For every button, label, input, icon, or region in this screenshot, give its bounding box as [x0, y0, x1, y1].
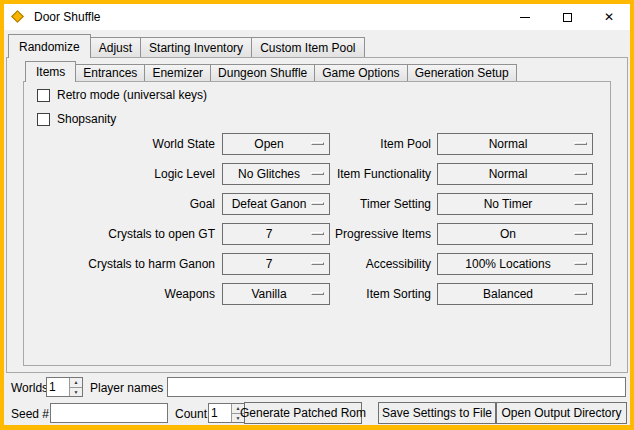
player-names-input[interactable] [167, 377, 626, 397]
item-functionality-label: Item Functionality [231, 167, 431, 181]
count-label: Count [175, 407, 207, 421]
progressive-items-row: Progressive Items On [231, 223, 593, 245]
retro-mode-checkbox[interactable] [37, 89, 50, 102]
minimize-button[interactable] [504, 4, 546, 30]
minimize-icon [520, 17, 530, 18]
dropdown-indicator-icon [574, 172, 587, 175]
count-input[interactable] [209, 404, 231, 422]
dropdown-indicator-icon [574, 262, 587, 265]
item-sorting-label: Item Sorting [231, 287, 431, 301]
item-pool-label: Item Pool [231, 137, 431, 151]
tab-starting-inventory[interactable]: Starting Inventory [140, 37, 252, 57]
shopsanity-checkbox[interactable] [37, 113, 50, 126]
generate-patched-rom-button[interactable]: Generate Patched Rom [244, 402, 362, 424]
tab-adjust[interactable]: Adjust [90, 37, 141, 57]
accessibility-value: 100% Locations [465, 257, 550, 271]
timer-setting-row: Timer Setting No Timer [231, 193, 593, 215]
app-icon-diamond [11, 10, 24, 23]
maximize-button[interactable] [546, 4, 588, 30]
accessibility-row: Accessibility 100% Locations [231, 253, 593, 275]
worlds-input[interactable] [47, 378, 69, 396]
window-title: Door Shuffle [34, 10, 101, 24]
progressive-items-dropdown[interactable]: On [437, 223, 593, 245]
door-shuffle-window: Door Shuffle ✕ Randomize Adjust Starting… [0, 0, 634, 430]
item-pool-value: Normal [489, 137, 528, 151]
progressive-items-label: Progressive Items [231, 227, 431, 241]
item-sorting-row: Item Sorting Balanced [231, 283, 593, 305]
dropdown-indicator-icon [574, 232, 587, 235]
item-functionality-value: Normal [489, 167, 528, 181]
close-icon: ✕ [604, 11, 614, 23]
app-icon [10, 9, 26, 25]
item-pool-row: Item Pool Normal [231, 133, 593, 155]
spin-up-icon[interactable]: ▲ [70, 378, 82, 387]
dropdown-indicator-icon [574, 142, 587, 145]
weapons-label: Weapons [37, 287, 215, 301]
tab-dungeon-shuffle[interactable]: Dungeon Shuffle [210, 64, 315, 81]
shopsanity-label: Shopsanity [57, 112, 116, 126]
item-sorting-dropdown[interactable]: Balanced [437, 283, 593, 305]
timer-setting-dropdown[interactable]: No Timer [437, 193, 593, 215]
worlds-spinner: ▲ ▼ [46, 377, 83, 397]
client-area: Randomize Adjust Starting Inventory Cust… [4, 30, 630, 425]
close-button[interactable]: ✕ [588, 4, 630, 30]
seed-input[interactable] [50, 403, 168, 423]
crystals-open-gt-label: Crystals to open GT [37, 227, 215, 241]
crystals-harm-ganon-label: Crystals to harm Ganon [37, 257, 215, 271]
logic-level-label: Logic Level [37, 167, 215, 181]
item-sorting-value: Balanced [483, 287, 533, 301]
goal-label: Goal [37, 197, 215, 211]
player-names-label: Player names [90, 381, 163, 395]
worlds-spin-arrows: ▲ ▼ [69, 378, 82, 396]
shopsanity-row: Shopsanity [37, 112, 116, 126]
accessibility-dropdown[interactable]: 100% Locations [437, 253, 593, 275]
accessibility-label: Accessibility [231, 257, 431, 271]
sub-tab-bar: Items Entrances Enemizer Dungeon Shuffle… [25, 61, 517, 82]
tab-enemizer[interactable]: Enemizer [144, 64, 211, 81]
dropdown-indicator-icon [574, 292, 587, 295]
tab-entrances[interactable]: Entrances [75, 64, 145, 81]
tab-custom-item-pool[interactable]: Custom Item Pool [251, 37, 364, 57]
item-functionality-dropdown[interactable]: Normal [437, 163, 593, 185]
world-state-label: World State [37, 137, 215, 151]
item-functionality-row: Item Functionality Normal [231, 163, 593, 185]
retro-mode-label: Retro mode (universal keys) [57, 88, 207, 102]
item-pool-dropdown[interactable]: Normal [437, 133, 593, 155]
timer-setting-label: Timer Setting [231, 197, 431, 211]
tab-randomize[interactable]: Randomize [8, 34, 91, 58]
seed-label: Seed # [11, 407, 49, 421]
retro-mode-row: Retro mode (universal keys) [37, 88, 207, 102]
progressive-items-value: On [500, 227, 516, 241]
tab-generation-setup[interactable]: Generation Setup [407, 64, 517, 81]
open-output-directory-button[interactable]: Open Output Directory [496, 402, 627, 424]
tab-items[interactable]: Items [25, 61, 76, 82]
spin-down-icon[interactable]: ▼ [70, 387, 82, 397]
dropdown-indicator-icon [574, 202, 587, 205]
tab-game-options[interactable]: Game Options [314, 64, 407, 81]
worlds-label: Worlds [11, 381, 48, 395]
maximize-icon [563, 13, 572, 22]
timer-setting-value: No Timer [484, 197, 533, 211]
titlebar: Door Shuffle ✕ [4, 4, 630, 30]
window-controls: ✕ [504, 4, 630, 30]
main-tab-bar: Randomize Adjust Starting Inventory Cust… [8, 34, 365, 58]
save-settings-button[interactable]: Save Settings to File [378, 402, 496, 424]
